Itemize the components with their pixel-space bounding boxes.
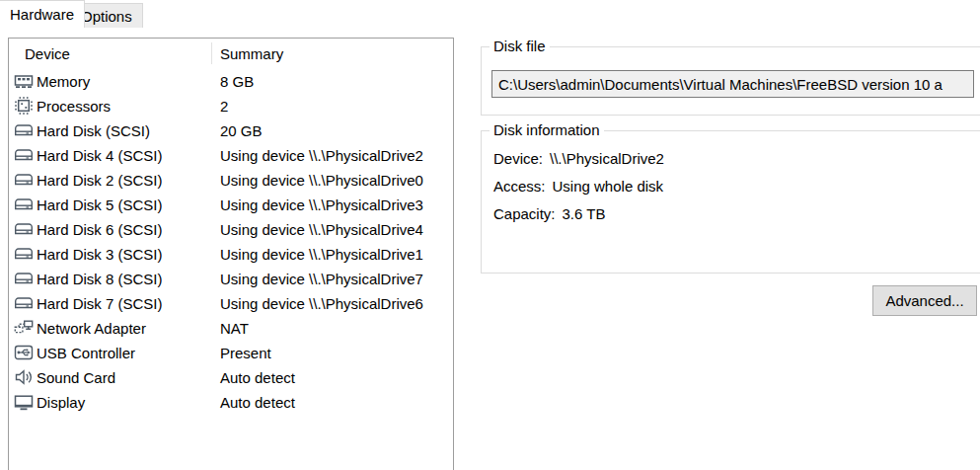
disk-file-group: Disk file <box>481 46 980 116</box>
table-row-memory[interactable]: Memory 8 GB <box>9 69 453 94</box>
device-name: Hard Disk (SCSI) <box>37 122 150 139</box>
memory-icon <box>14 71 34 91</box>
hard-disk-icon <box>14 170 34 190</box>
device-summary: Auto detect <box>220 369 295 386</box>
table-row-hard-disk-2[interactable]: Hard Disk 2 (SCSI) Using device \\.\Phys… <box>9 168 453 193</box>
table-row-hard-disk[interactable]: Hard Disk (SCSI) 20 GB <box>9 118 453 143</box>
device-list-header: Device Summary <box>9 39 453 69</box>
hard-disk-icon <box>14 195 34 214</box>
device-summary: 2 <box>220 98 228 115</box>
device-summary: Using device \\.\PhysicalDrive0 <box>220 172 423 189</box>
table-row-display[interactable]: Display Auto detect <box>9 390 453 415</box>
advanced-button[interactable]: Advanced... <box>872 285 977 316</box>
device-name: Hard Disk 7 (SCSI) <box>37 295 163 312</box>
usb-icon <box>14 343 34 362</box>
disk-capacity-label: Capacity: <box>493 205 556 222</box>
table-row-processors[interactable]: Processors 2 <box>9 94 453 118</box>
disk-capacity-field: Capacity:3.6 TB <box>493 205 605 222</box>
device-summary: NAT <box>220 320 249 337</box>
device-name: Hard Disk 5 (SCSI) <box>37 196 163 213</box>
hard-disk-icon <box>14 293 34 313</box>
column-header-device: Device <box>25 45 70 62</box>
disk-device-label: Device: <box>493 150 543 167</box>
tab-options-label: Options <box>81 8 132 25</box>
device-list: Device Summary Memory 8 GB Processors 2 … <box>8 38 454 470</box>
device-summary: Using device \\.\PhysicalDrive3 <box>220 196 423 213</box>
tab-hardware-label: Hardware <box>10 6 74 23</box>
column-header-summary: Summary <box>220 45 283 62</box>
device-summary: Using device \\.\PhysicalDrive6 <box>220 295 423 312</box>
column-divider <box>211 42 212 64</box>
disk-device-value: \\.\PhysicalDrive2 <box>550 150 664 167</box>
device-name: Network Adapter <box>37 320 146 337</box>
hard-disk-icon <box>14 244 34 264</box>
device-name: Display <box>37 394 85 411</box>
hard-disk-icon <box>14 120 34 140</box>
table-row-hard-disk-7[interactable]: Hard Disk 7 (SCSI) Using device \\.\Phys… <box>9 291 453 316</box>
disk-information-group-label: Disk information <box>490 121 604 138</box>
disk-file-group-label: Disk file <box>490 38 550 54</box>
device-name: Sound Card <box>37 369 115 386</box>
tab-hardware[interactable]: Hardware <box>0 0 85 28</box>
table-row-sound-card[interactable]: Sound Card Auto detect <box>9 365 453 390</box>
table-row-usb-controller[interactable]: USB Controller Present <box>9 341 453 365</box>
device-name: Hard Disk 8 (SCSI) <box>37 271 163 287</box>
device-name: Hard Disk 3 (SCSI) <box>37 246 163 263</box>
device-name: Hard Disk 2 (SCSI) <box>37 172 163 189</box>
table-row-hard-disk-5[interactable]: Hard Disk 5 (SCSI) Using device \\.\Phys… <box>9 193 453 217</box>
tab-bar: Hardware Options <box>0 0 980 28</box>
table-row-network-adapter[interactable]: Network Adapter NAT <box>9 316 453 341</box>
table-row-hard-disk-8[interactable]: Hard Disk 8 (SCSI) Using device \\.\Phys… <box>9 267 453 291</box>
disk-access-field: Access:Using whole disk <box>493 178 663 195</box>
disk-access-value: Using whole disk <box>553 178 664 195</box>
device-summary: Using device \\.\PhysicalDrive4 <box>220 221 423 238</box>
device-name: Processors <box>37 98 111 115</box>
device-name: USB Controller <box>37 345 135 361</box>
device-summary: Using device \\.\PhysicalDrive1 <box>220 246 423 263</box>
vm-settings-hardware-page: Hardware Options Device Summary Memory 8… <box>0 0 980 470</box>
disk-information-group: Disk information Device:\\.\PhysicalDriv… <box>481 130 980 274</box>
hard-disk-icon <box>14 145 34 165</box>
table-row-hard-disk-6[interactable]: Hard Disk 6 (SCSI) Using device \\.\Phys… <box>9 217 453 242</box>
disk-capacity-value: 3.6 TB <box>563 205 606 222</box>
device-summary: 8 GB <box>220 73 254 90</box>
device-summary: Auto detect <box>220 394 295 411</box>
network-adapter-icon <box>14 318 34 338</box>
processor-icon <box>14 96 34 116</box>
speaker-icon <box>14 367 34 387</box>
hard-disk-icon <box>14 219 34 239</box>
table-row-hard-disk-3[interactable]: Hard Disk 3 (SCSI) Using device \\.\Phys… <box>9 242 453 267</box>
device-summary: Present <box>220 345 271 361</box>
disk-device-field: Device:\\.\PhysicalDrive2 <box>493 150 664 167</box>
hard-disk-icon <box>14 269 34 288</box>
display-icon <box>14 392 34 412</box>
device-name: Hard Disk 6 (SCSI) <box>37 221 163 238</box>
device-name: Hard Disk 4 (SCSI) <box>37 147 163 164</box>
device-summary: Using device \\.\PhysicalDrive7 <box>220 271 423 287</box>
device-summary: 20 GB <box>220 122 263 139</box>
disk-file-path-input[interactable] <box>491 70 974 98</box>
table-row-hard-disk-4[interactable]: Hard Disk 4 (SCSI) Using device \\.\Phys… <box>9 143 453 168</box>
device-name: Memory <box>37 73 90 90</box>
disk-access-label: Access: <box>493 178 546 195</box>
device-summary: Using device \\.\PhysicalDrive2 <box>220 147 423 164</box>
